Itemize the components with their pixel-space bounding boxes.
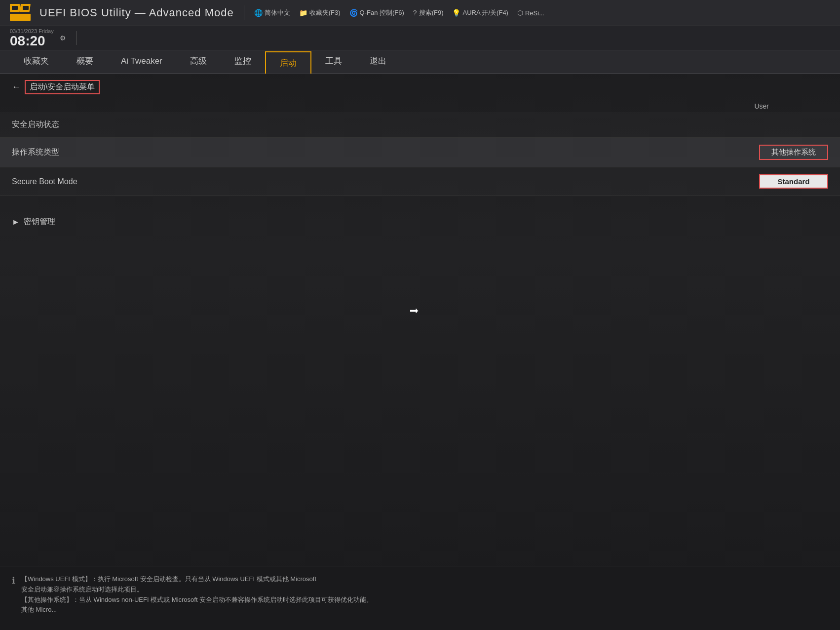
breadcrumb-path: 启动\安全启动菜单 [25,80,100,94]
folder-icon: 📁 [299,9,307,17]
tab-favorites[interactable]: 收藏夹 [10,50,63,73]
bios-screen: UEFI BIOS Utility — Advanced Mode 🌐 简体中文… [0,0,840,630]
tool-favorites[interactable]: 📁 收藏夹(F3) [299,8,341,17]
header-tools: 🌐 简体中文 📁 收藏夹(F3) 🌀 Q-Fan 控制(F6) ? 搜索(F9)… [254,8,830,17]
settings-list: User 安全启动状态 操作系统类型 其他操作系统 Secure Boot Mo… [0,100,840,566]
back-arrow-icon[interactable]: ← [12,82,21,92]
secure-boot-mode-row[interactable]: Secure Boot Mode Standard [0,167,840,196]
tab-exit[interactable]: 退出 [356,50,400,73]
asus-logo-icon [10,4,32,22]
tool-aura[interactable]: 💡 AURA 开/关(F4) [452,8,508,17]
tool-search[interactable]: ? 搜索(F9) [413,8,444,17]
svg-rect-4 [23,6,29,10]
header-divider [244,5,244,20]
key-management-label: 密钥管理 [24,217,55,227]
secure-boot-status-label: 安全启动状态 [12,119,59,130]
info-icon: ℹ [12,575,15,615]
bios-title: UEFI BIOS Utility — Advanced Mode [39,6,234,19]
key-management-item[interactable]: ► 密钥管理 [0,210,840,234]
tool-language[interactable]: 🌐 简体中文 [254,8,290,17]
tab-monitor[interactable]: 监控 [221,50,265,73]
svg-rect-2 [10,14,31,21]
fan-icon: 🌀 [349,9,358,17]
info-text-block: 【Windows UEFI 模式】：执行 Microsoft 安全启动检查。只有… [21,574,373,615]
empty-row [0,196,840,210]
datetime-divider [76,31,76,45]
secure-boot-status-row: 安全启动状态 [0,112,840,138]
search-icon: ? [413,9,417,17]
secure-boot-mode-value[interactable]: Standard [759,174,828,189]
datetime-block: 03/31/2023 Friday 08:20 [10,28,54,48]
tab-overview[interactable]: 概要 [63,50,107,73]
info-row: ℹ 【Windows UEFI 模式】：执行 Microsoft 安全启动检查。… [12,574,828,615]
header-bar: UEFI BIOS Utility — Advanced Mode 🌐 简体中文… [0,0,840,26]
user-column-label: User [754,102,769,110]
info-panel: ℹ 【Windows UEFI 模式】：执行 Microsoft 安全启动检查。… [0,566,840,630]
tab-boot[interactable]: 启动 [265,51,311,74]
tool-qfan[interactable]: 🌀 Q-Fan 控制(F6) [349,8,404,17]
os-type-label: 操作系统类型 [12,147,59,158]
secure-boot-mode-label: Secure Boot Mode [12,177,77,186]
tab-tools[interactable]: 工具 [311,50,356,73]
svg-rect-3 [12,6,18,10]
submenu-arrow-icon: ► [12,218,20,227]
resize-icon: ⬡ [517,9,523,17]
nav-tabs: 收藏夹 概要 Ai Tweaker 高级 监控 启动 工具 退出 [0,50,840,74]
breadcrumb-bar: ← 启动\安全启动菜单 [0,74,840,100]
tool-resize[interactable]: ⬡ ReSi... [517,9,544,17]
settings-header-row: User [0,100,840,112]
os-type-value[interactable]: 其他操作系统 [759,145,828,160]
time-display: 08:20 [10,34,54,48]
aura-icon: 💡 [452,9,460,17]
tab-ai-tweaker[interactable]: Ai Tweaker [107,51,176,73]
os-type-row[interactable]: 操作系统类型 其他操作系统 [0,138,840,167]
main-content: ← 启动\安全启动菜单 User 安全启动状态 操作系统类型 其他操作系统 Se… [0,74,840,630]
settings-gear-icon[interactable]: ⚙ [60,34,66,42]
tab-advanced[interactable]: 高级 [176,50,221,73]
datetime-row: 03/31/2023 Friday 08:20 ⚙ [0,26,840,50]
language-icon: 🌐 [254,9,263,17]
